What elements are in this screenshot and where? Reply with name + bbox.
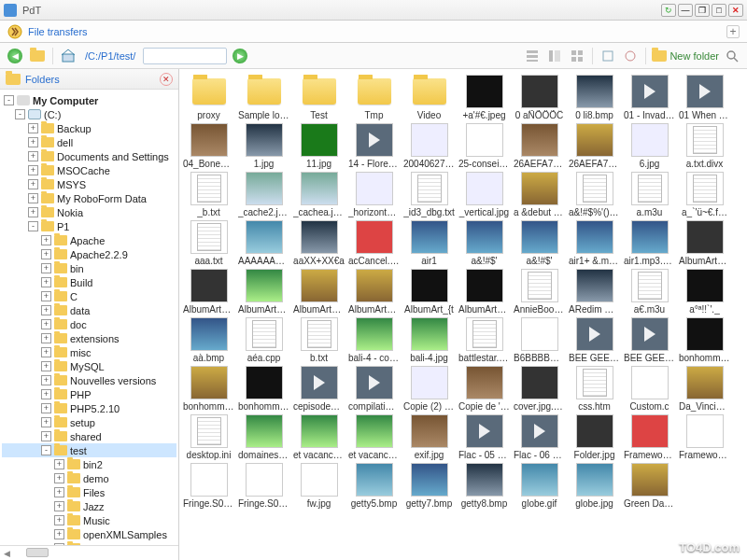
- expander-icon[interactable]: +: [28, 123, 38, 133]
- file-item[interactable]: AAAAAAA`.t: [238, 220, 289, 267]
- tree-item[interactable]: +MSOCache: [2, 163, 176, 177]
- file-item[interactable]: domaines.txt: [238, 414, 289, 461]
- expander-icon[interactable]: +: [41, 403, 51, 413]
- file-item[interactable]: a&!#$': [514, 220, 565, 267]
- expander-icon[interactable]: +: [41, 389, 51, 399]
- expand-transfers-button[interactable]: +: [726, 25, 740, 38]
- expander-icon[interactable]: +: [41, 277, 51, 287]
- sidebar-close-button[interactable]: ✕: [160, 73, 173, 86]
- file-item[interactable]: B6BBBBBB.ht: [514, 317, 565, 364]
- tool-button-b[interactable]: [621, 47, 640, 65]
- expander-icon[interactable]: +: [41, 347, 51, 357]
- folder-tree[interactable]: - My Computer -(C:)+Backup+dell+Document…: [0, 90, 178, 545]
- file-item[interactable]: AlbumArt_{79: [238, 269, 289, 315]
- file-item[interactable]: 200406272230: [403, 123, 455, 170]
- expander-icon[interactable]: +: [41, 417, 51, 427]
- expander-icon[interactable]: +: [41, 319, 51, 329]
- tree-item[interactable]: +misc: [2, 345, 176, 359]
- file-item[interactable]: getty5.bmp: [348, 463, 400, 510]
- file-item[interactable]: air1+ &.mp3.b: [569, 220, 620, 267]
- file-item[interactable]: b.txt: [293, 317, 345, 364]
- tree-item[interactable]: +Music: [2, 513, 176, 527]
- file-item[interactable]: cepisodes-of-n: [293, 366, 345, 413]
- tree-item[interactable]: +shared: [2, 429, 176, 443]
- file-item[interactable]: et vacances é: [293, 414, 345, 461]
- tree-item[interactable]: +bin2: [2, 457, 176, 471]
- expander-icon[interactable]: +: [54, 459, 64, 469]
- file-item[interactable]: _horizontal.jp: [348, 172, 400, 218]
- file-item[interactable]: a_`'ü~€.f…: [679, 172, 730, 218]
- expander-icon[interactable]: +: [54, 501, 64, 511]
- file-item[interactable]: css.htm: [569, 366, 620, 413]
- file-item[interactable]: Flac - 05 - Big: [458, 414, 510, 461]
- tree-item[interactable]: +Documents and Settings: [2, 149, 176, 163]
- expander-icon[interactable]: +: [41, 305, 51, 315]
- file-item[interactable]: Frameworking: [679, 414, 730, 461]
- up-button[interactable]: [28, 47, 47, 65]
- file-item[interactable]: a€.m3u: [624, 269, 675, 315]
- file-item[interactable]: bonhomme-se: [238, 366, 289, 413]
- tree-item[interactable]: +PHP: [2, 387, 176, 401]
- file-item[interactable]: _cachea.jpeg: [293, 172, 345, 218]
- expander-icon[interactable]: +: [28, 151, 38, 161]
- search-input[interactable]: [143, 48, 227, 64]
- close-button[interactable]: ✕: [728, 4, 743, 17]
- file-item[interactable]: 0 aÑÕÖÕĈ: [514, 75, 565, 121]
- file-transfers-label[interactable]: File transfers: [28, 26, 88, 37]
- file-item[interactable]: bali-4 - copie.j: [348, 317, 400, 364]
- tree-item[interactable]: -(C:): [2, 107, 176, 121]
- file-item[interactable]: a.txt.divx: [679, 123, 730, 170]
- file-item[interactable]: AlbumArt_{94: [293, 269, 345, 315]
- file-item[interactable]: AlbumArt_{25: [679, 220, 730, 267]
- file-item[interactable]: aà.bmp: [183, 317, 234, 364]
- file-item[interactable]: Tmp: [348, 75, 400, 121]
- expander-icon[interactable]: -: [41, 445, 51, 455]
- view-thumbs-button[interactable]: [568, 47, 586, 65]
- file-item[interactable]: proxy: [183, 75, 234, 121]
- file-item[interactable]: AlbumArt_{Ct: [348, 269, 400, 315]
- sidebar-hscroll[interactable]: ◀: [0, 545, 178, 560]
- expander-icon[interactable]: +: [54, 515, 64, 525]
- file-item[interactable]: bali-4.jpg: [403, 317, 455, 364]
- tree-item[interactable]: +MSYS: [2, 177, 176, 191]
- go-button[interactable]: ▶: [231, 47, 249, 65]
- file-item[interactable]: 25-conseils-po: [458, 123, 510, 170]
- file-item[interactable]: exif.jpg: [403, 414, 455, 461]
- expander-icon[interactable]: +: [28, 137, 38, 147]
- file-item[interactable]: 01 - Invaders.: [624, 75, 675, 121]
- home-button[interactable]: [59, 47, 78, 65]
- file-item[interactable]: globe.jpg: [569, 463, 620, 510]
- expander-icon[interactable]: +: [28, 207, 38, 217]
- tree-item[interactable]: +demo: [2, 471, 176, 485]
- tool-button-a[interactable]: [599, 47, 617, 65]
- file-item[interactable]: Frameworking: [624, 414, 675, 461]
- tree-item[interactable]: +Backup: [2, 121, 176, 135]
- file-item[interactable]: a &debut # é: [514, 172, 565, 218]
- expander-icon[interactable]: +: [41, 375, 51, 385]
- tree-item[interactable]: +Build: [2, 275, 176, 289]
- file-item[interactable]: getty7.bmp: [403, 463, 455, 510]
- view-list-button[interactable]: [523, 47, 542, 65]
- expander-icon[interactable]: +: [28, 165, 38, 175]
- file-item[interactable]: a.m3u: [624, 172, 675, 218]
- tree-item[interactable]: +Jazz: [2, 499, 176, 513]
- file-item[interactable]: _cache2.jpeg: [238, 172, 289, 218]
- file-item[interactable]: AnnieBoo.srt: [514, 269, 565, 315]
- tree-root[interactable]: - My Computer: [2, 93, 176, 107]
- file-item[interactable]: Da_Vinci_Vitr: [679, 366, 730, 413]
- tree-item[interactable]: +bin: [2, 261, 176, 275]
- file-item[interactable]: Copie de 'tran: [458, 366, 510, 413]
- expander-icon[interactable]: +: [41, 361, 51, 371]
- file-item[interactable]: 26AEFA7B7A: [569, 123, 620, 170]
- file-item[interactable]: AlbumArtSma: [458, 269, 510, 315]
- file-item[interactable]: 0 li8.bmp: [569, 75, 620, 121]
- file-item[interactable]: battlestar.gala: [458, 317, 510, 364]
- file-item[interactable]: AlbumArt_{25: [183, 269, 234, 315]
- expander-icon[interactable]: +: [28, 193, 38, 203]
- file-item[interactable]: 01 When I'm: [679, 75, 730, 121]
- file-item[interactable]: BEE GEES - F: [624, 317, 675, 364]
- file-item[interactable]: acCancel.png: [348, 220, 400, 267]
- file-item[interactable]: Custom.c: [624, 366, 675, 413]
- tree-item[interactable]: +My RoboForm Data: [2, 191, 176, 205]
- tree-item[interactable]: +dell: [2, 135, 176, 149]
